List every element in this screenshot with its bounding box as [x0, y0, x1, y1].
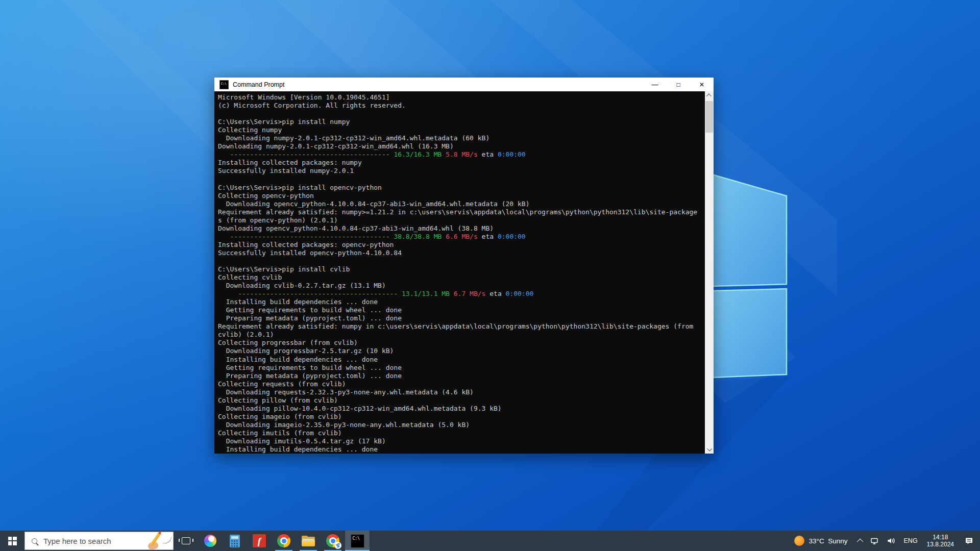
terminal-line: Downloading opencv_python-4.10.0.84-cp37… [218, 200, 714, 208]
chrome-dino-button[interactable] [321, 531, 345, 551]
file-explorer-button[interactable] [296, 531, 321, 551]
terminal-line: C:\Users\Servis>pip install numpy [218, 118, 714, 126]
scroll-down-button[interactable] [705, 445, 714, 454]
clock[interactable]: 14:18 13.8.2024 [922, 531, 959, 551]
window-title: Command Prompt [233, 81, 284, 88]
terminal-line: Successfully installed numpy-2.0.1 [218, 167, 714, 175]
search-highlight-illustration [144, 532, 173, 550]
terminal-line: Collecting progressbar (from cvlib) [218, 339, 714, 347]
terminal-line: ----------------------------------------… [218, 151, 714, 159]
terminal-line: Downloading progressbar-2.5.tar.gz (10 k… [218, 347, 714, 355]
taskbar-search[interactable] [24, 532, 174, 550]
terminal-line: Preparing metadata (pyproject.toml) ... … [218, 314, 714, 322]
terminal-line: ----------------------------------------… [218, 290, 714, 298]
task-view-icon [182, 537, 190, 544]
start-button[interactable] [0, 531, 24, 551]
terminal-line: Downloading pillow-10.4.0-cp312-cp312-wi… [218, 405, 714, 413]
notification-icon [965, 537, 974, 545]
terminal-line: Installing collected packages: numpy [218, 159, 714, 167]
network-icon [870, 537, 879, 545]
command-prompt-icon: C:\ [219, 80, 229, 89]
windows-logo-icon [8, 537, 17, 545]
terminal-line [218, 110, 714, 118]
terminal-line: Downloading opencv_python-4.10.0.84-cp37… [218, 224, 714, 233]
terminal-line: s (from opencv-python) (2.0.1) [218, 216, 714, 224]
calculator-icon [230, 535, 240, 547]
taskbar: f C:\ 33°C Sunny [0, 531, 980, 551]
terminal-line: Successfully installed opencv-python-4.1… [218, 249, 714, 257]
chevron-up-icon [856, 538, 863, 545]
terminal-line: Downloading numpy-2.0.1-cp312-cp312-win_… [218, 134, 714, 142]
terminal-line: Getting requirements to build wheel ... … [218, 306, 714, 314]
chevron-down-icon [707, 446, 712, 452]
system-tray: 33°C Sunny ENG 14:18 13.8.2024 [787, 531, 980, 551]
scroll-up-button[interactable] [705, 91, 714, 100]
chrome-dino-icon [326, 534, 339, 547]
chrome-button[interactable] [272, 531, 296, 551]
terminal-line: Installing build dependencies ... done [218, 445, 714, 454]
terminal-output[interactable]: Microsoft Windows [Version 10.0.19045.46… [214, 91, 714, 454]
tray-overflow-button[interactable] [855, 531, 867, 551]
task-view-button[interactable] [174, 531, 198, 551]
terminal-line [218, 257, 714, 265]
minimize-button[interactable]: — [643, 78, 667, 91]
dino-icon [336, 543, 340, 548]
terminal-line: Collecting cvlib [218, 273, 714, 282]
network-button[interactable] [867, 531, 883, 551]
terminal-line: Downloading imageio-2.35.0-py3-none-any.… [218, 421, 714, 429]
f-app-button[interactable]: f [247, 531, 272, 551]
action-center-button[interactable] [959, 531, 980, 551]
volume-icon [887, 537, 896, 545]
calculator-button[interactable] [223, 531, 247, 551]
copilot-button[interactable] [198, 531, 223, 551]
terminal-line: Installing build dependencies ... done [218, 298, 714, 306]
maximize-button[interactable]: □ [667, 78, 690, 91]
search-icon [32, 538, 37, 544]
command-prompt-taskbar-button[interactable]: C:\ [345, 531, 370, 551]
terminal-line: Downloading cvlib-0.2.7.tar.gz (13.1 MB) [218, 282, 714, 290]
close-button[interactable]: ✕ [690, 78, 714, 91]
terminal-line [218, 175, 714, 183]
terminal-line: C:\Users\Servis>pip install opencv-pytho… [218, 184, 714, 192]
terminal-line: ----------------------------------------… [218, 233, 714, 241]
terminal-line: Collecting opencv-python [218, 192, 714, 200]
tray-date: 13.8.2024 [927, 541, 954, 548]
sun-icon [794, 536, 804, 546]
window-titlebar[interactable]: C:\ Command Prompt — □ ✕ [214, 78, 714, 91]
desktop: { "colors": { "term_bg": "#0c0c0c", "ter… [0, 0, 980, 551]
terminal-line: Collecting requests (from cvlib) [218, 380, 714, 388]
terminal-line: Microsoft Windows [Version 10.0.19045.46… [218, 93, 714, 102]
terminal-line: C:\Users\Servis>pip install cvlib [218, 265, 714, 273]
volume-button[interactable] [883, 531, 899, 551]
file-explorer-icon [302, 536, 315, 546]
terminal-line: Installing build dependencies ... done [218, 356, 714, 364]
scrollbar-thumb[interactable] [705, 101, 713, 133]
terminal-line: Collecting pillow (from cvlib) [218, 396, 714, 405]
copilot-icon [204, 535, 216, 547]
search-input[interactable] [42, 536, 144, 546]
terminal-line: cvlib) (2.0.1) [218, 331, 714, 339]
terminal-line: Collecting numpy [218, 126, 714, 134]
terminal-line: Collecting imutils (from cvlib) [218, 429, 714, 437]
weather-widget[interactable]: 33°C Sunny [787, 531, 855, 551]
terminal-line: Downloading imutils-0.5.4.tar.gz (17 kB) [218, 437, 714, 445]
terminal-line: Requirement already satisfied: numpy>=1.… [218, 208, 714, 216]
f-app-icon: f [253, 534, 266, 547]
weather-condition: Sunny [828, 537, 847, 545]
tray-time: 14:18 [927, 534, 954, 541]
terminal-line: (c) Microsoft Corporation. All rights re… [218, 102, 714, 110]
terminal-line: Requirement already satisfied: numpy in … [218, 322, 714, 331]
command-prompt-icon: C:\ [351, 534, 364, 548]
terminal-line: Preparing metadata (pyproject.toml) ... … [218, 372, 714, 380]
weather-temperature: 33°C [809, 537, 824, 545]
terminal-line: Downloading numpy-2.0.1-cp312-cp312-win_… [218, 142, 714, 151]
terminal-scrollbar[interactable] [705, 91, 714, 454]
chrome-icon [277, 534, 290, 547]
terminal-line: Installing collected packages: opencv-py… [218, 241, 714, 249]
terminal-line: Downloading requests-2.32.3-py3-none-any… [218, 388, 714, 396]
command-prompt-window: C:\ Command Prompt — □ ✕ Microsoft Windo… [214, 78, 714, 454]
language-indicator[interactable]: ENG [899, 531, 922, 551]
chevron-up-icon [706, 93, 712, 98]
terminal-line: Collecting imageio (from cvlib) [218, 413, 714, 421]
terminal-line: Getting requirements to build wheel ... … [218, 364, 714, 372]
